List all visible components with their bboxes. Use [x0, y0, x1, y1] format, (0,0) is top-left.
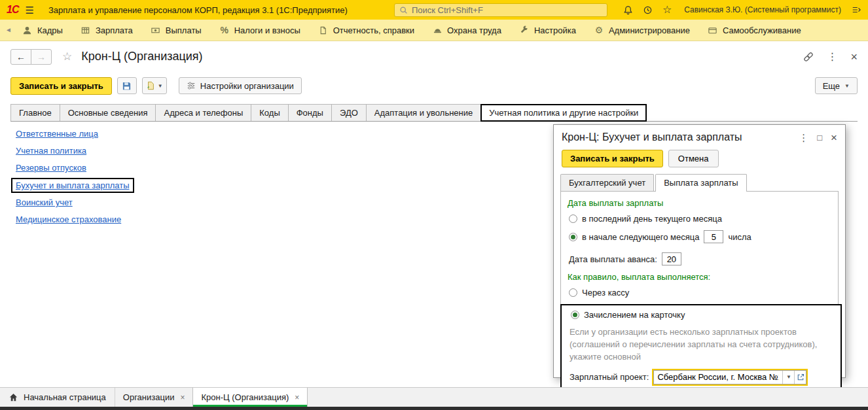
dropdown-icon[interactable]: ▼: [782, 371, 794, 384]
app-title: Зарплата и управление персоналом КОРП, р…: [48, 5, 348, 15]
kebab-menu-icon[interactable]: ⋮: [799, 133, 808, 143]
helmet-icon: [432, 25, 443, 35]
radio-label: Через кассу: [582, 288, 629, 298]
dialog-cancel-button[interactable]: Отмена: [668, 150, 719, 167]
project-input[interactable]: [654, 371, 782, 383]
close-form-icon[interactable]: ×: [850, 51, 858, 63]
global-search-field[interactable]: Поиск Ctrl+Shift+F: [394, 3, 607, 17]
tab-adresa-telefony[interactable]: Адреса и телефоны: [155, 104, 251, 121]
topbar: 1С ☰ Зарплата и управление персоналом КО…: [0, 0, 868, 20]
back-button[interactable]: ←: [10, 49, 31, 65]
payroll-settings-dialog: Крон-Ц: Бухучет и выплата зарплаты ⋮ □ ×…: [553, 124, 846, 378]
advance-day-input[interactable]: [662, 252, 681, 265]
forward-button[interactable]: →: [31, 49, 52, 65]
tab-vyplata-zarplaty[interactable]: Выплата зарплаты: [655, 174, 747, 192]
form-header-actions: ⋮ ×: [803, 51, 858, 63]
window-tab-organizacii[interactable]: Организации ×: [115, 388, 193, 407]
radio-label: Зачислением на карточку: [584, 310, 685, 320]
chevron-down-icon: ▼: [844, 83, 850, 89]
tab-close-icon[interactable]: ×: [295, 393, 299, 402]
section-samoobsluzhivanie[interactable]: Самообслуживание: [708, 25, 801, 35]
gear-icon: ⚙: [594, 25, 604, 35]
more-label: Еще: [823, 81, 840, 91]
dialog-title: Крон-Ц: Бухучет и выплата зарплаты: [562, 131, 742, 143]
link-icon[interactable]: [803, 52, 814, 62]
tab-fondy[interactable]: Фонды: [288, 104, 332, 121]
section-kadry[interactable]: Кадры: [22, 25, 63, 35]
tab-kody[interactable]: Коды: [251, 104, 288, 121]
payday-input[interactable]: [704, 230, 723, 243]
close-dialog-icon[interactable]: ×: [831, 132, 837, 143]
save-button[interactable]: [117, 77, 137, 94]
day-word-label: числа: [728, 232, 751, 242]
section-vyplaty[interactable]: Выплаты: [151, 25, 202, 35]
section-administrirovanie[interactable]: ⚙ Администрирование: [594, 25, 690, 35]
section-nalogi[interactable]: % Налоги и взносы: [219, 25, 300, 35]
salary-date-header: Дата выплаты зарплаты: [568, 198, 831, 208]
search-placeholder: Поиск Ctrl+Shift+F: [412, 5, 483, 15]
section-label: Настройка: [534, 26, 576, 35]
search-icon: [399, 6, 408, 14]
favorites-star-icon[interactable]: ☆: [662, 5, 672, 15]
notifications-bell-icon[interactable]: [623, 5, 633, 15]
radio-cash[interactable]: Через кассу: [569, 288, 831, 298]
tab-close-icon[interactable]: ×: [180, 393, 185, 402]
more-button[interactable]: Еще ▼: [815, 77, 858, 94]
home-page-tab[interactable]: Начальная страница: [0, 388, 115, 407]
section-ohrana-truda[interactable]: Охрана труда: [432, 25, 501, 35]
settings-links: Ответственные лица Учетная политика Резе…: [16, 129, 134, 231]
home-icon: [9, 392, 18, 402]
dialog-buttons: Записать и закрыть Отмена: [554, 146, 845, 174]
form-header: ← → ☆ Крон-Ц (Организация) ⋮ ×: [0, 41, 868, 72]
section-label: Отчетность, справки: [333, 26, 414, 35]
link-otvetstvennye-lica[interactable]: Ответственные лица: [16, 129, 98, 139]
section-otchetnost[interactable]: Отчетность, справки: [318, 25, 414, 35]
sections-bar: ◄ Кадры Зарплата Выплаты % Налоги и взно…: [0, 20, 868, 41]
link-uchetnaya-politika[interactable]: Учетная политика: [16, 146, 86, 156]
open-icon[interactable]: [794, 371, 806, 384]
radio-label: в последний день текущего месяца: [582, 214, 722, 224]
tab-glavnoe[interactable]: Главное: [10, 104, 60, 121]
create-based-on-button[interactable]: ▼: [142, 77, 167, 94]
org-settings-label: Настройки организации: [200, 81, 294, 91]
dialog-header: Крон-Ц: Бухучет и выплата зарплаты ⋮ □ ×: [554, 125, 845, 146]
save-and-close-button[interactable]: Записать и закрыть: [10, 77, 112, 95]
form-tabs: Главное Основные сведения Адреса и телеф…: [10, 103, 858, 122]
dialog-tabs: Бухгалтерский учет Выплата зарплаты: [554, 174, 845, 191]
main-menu-icon[interactable]: ☰: [25, 5, 33, 15]
annotation-box: Зачислением на карточку Если у организац…: [560, 304, 842, 394]
taskbar-edge: [0, 407, 868, 410]
tab-buhgalterskiy-uchet[interactable]: Бухгалтерский учет: [560, 174, 654, 191]
dialog-tab-page: Дата выплаты зарплаты в последний день т…: [560, 191, 839, 370]
maximize-icon[interactable]: □: [817, 133, 822, 142]
radio-card[interactable]: Зачислением на карточку: [571, 310, 833, 320]
window-tab-label: Организации: [123, 392, 175, 402]
tab-adaptaciya-uvolnenie[interactable]: Адаптация и увольнение: [366, 104, 481, 121]
window-tab-kron-c[interactable]: Крон-Ц (Организация) ×: [192, 388, 308, 407]
radio-indicator: [569, 233, 577, 241]
panel-toggle-icon[interactable]: [851, 5, 861, 14]
current-user[interactable]: Савинская З.Ю. (Системный программист): [684, 5, 841, 14]
org-settings-button[interactable]: Настройки организации: [179, 77, 302, 94]
tab-uchetnaya-politika[interactable]: Учетная политика и другие настройки: [480, 104, 647, 122]
collapse-sections-icon[interactable]: ◄: [5, 27, 12, 33]
tab-osnovnye-svedeniya[interactable]: Основные сведения: [60, 104, 156, 121]
section-zarplata[interactable]: Зарплата: [81, 25, 133, 35]
section-nastroyka[interactable]: Настройка: [519, 25, 576, 35]
radio-label: в начале следующего месяца: [582, 232, 699, 242]
link-voinskiy-uchet[interactable]: Воинский учет: [16, 197, 73, 207]
project-note: Если у организации есть несколько зарпла…: [570, 326, 833, 364]
tab-edo[interactable]: ЭДО: [331, 104, 367, 121]
link-buhuchet-vyplata[interactable]: Бухучет и выплата зарплаты: [16, 180, 130, 190]
form-favorite-star-icon[interactable]: ☆: [62, 51, 72, 62]
report-document-icon: [318, 25, 329, 35]
link-rezervy-otpuskov[interactable]: Резервы отпусков: [16, 163, 86, 173]
people-icon: [22, 25, 33, 35]
radio-next-month[interactable]: в начале следующего месяца числа: [569, 230, 831, 243]
link-medicinskoe-strahovanie[interactable]: Медицинское страхование: [16, 214, 121, 224]
section-label: Зарплата: [96, 26, 133, 35]
dialog-save-and-close-button[interactable]: Записать и закрыть: [562, 150, 663, 167]
radio-last-day[interactable]: в последний день текущего месяца: [569, 214, 831, 224]
kebab-menu-icon[interactable]: ⋮: [827, 52, 837, 62]
history-icon[interactable]: [643, 5, 653, 15]
